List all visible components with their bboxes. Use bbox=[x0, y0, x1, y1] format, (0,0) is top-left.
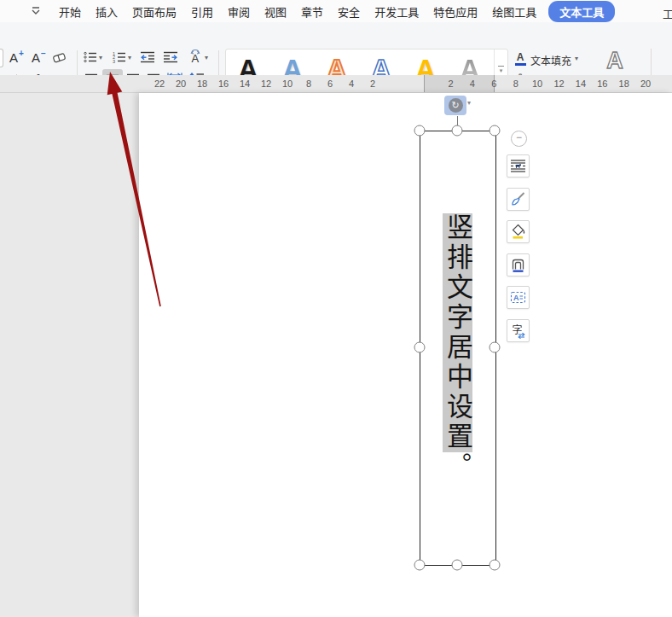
resize-handle[interactable] bbox=[414, 342, 426, 353]
menu-tab-开发工具[interactable]: 开发工具 bbox=[374, 3, 419, 20]
menu-tab-开始[interactable]: 开始 bbox=[59, 3, 81, 20]
rotate-handle-icon: ↻ bbox=[449, 98, 463, 113]
wps-text-tool-window: 开始插入页面布局引用审阅视图章节安全开发工具特色应用绘图工具文本工具 工 A+ … bbox=[0, 0, 672, 617]
text-fill-icon: A bbox=[513, 50, 527, 67]
ruler-number: 8 bbox=[513, 75, 518, 92]
caret-icon[interactable]: ▾ bbox=[575, 55, 578, 62]
ruler-number: 4 bbox=[349, 75, 354, 92]
ruler-number: 22 bbox=[154, 75, 165, 92]
text-direction-icon: A bbox=[187, 49, 204, 64]
increase-indent-icon bbox=[163, 51, 178, 63]
increase-font-button[interactable]: A+ bbox=[7, 49, 26, 66]
ruler-number: 10 bbox=[282, 75, 293, 92]
ruler-number: 8 bbox=[306, 75, 311, 92]
ruler-number: 2 bbox=[448, 75, 453, 92]
caret-icon[interactable]: ▾ bbox=[128, 55, 131, 61]
selected-text: 竖排文字居中设置 bbox=[443, 213, 472, 452]
eraser-icon bbox=[52, 51, 67, 64]
collapse-tools-button[interactable]: − bbox=[511, 131, 527, 147]
resize-handle[interactable] bbox=[490, 342, 501, 353]
menu-tab-特色应用[interactable]: 特色应用 bbox=[433, 3, 478, 20]
resize-handle[interactable] bbox=[452, 125, 463, 137]
numbered-list-button[interactable]: 123 bbox=[112, 49, 127, 65]
svg-text:字: 字 bbox=[513, 323, 523, 335]
caret-icon[interactable]: ▾ bbox=[99, 55, 102, 61]
shape-outline-icon bbox=[510, 257, 526, 273]
shape-fill-button[interactable] bbox=[507, 220, 530, 243]
menu-tab-视图[interactable]: 视图 bbox=[264, 3, 287, 20]
decrease-font-button[interactable]: A− bbox=[29, 49, 48, 66]
ruler-number: 6 bbox=[491, 75, 496, 92]
period-char: 。 bbox=[444, 452, 471, 480]
wrap-layout-button[interactable] bbox=[507, 154, 530, 178]
format-brush-button[interactable] bbox=[507, 188, 530, 211]
document-workspace bbox=[0, 93, 672, 617]
menu-tab-插入[interactable]: 插入 bbox=[96, 3, 118, 20]
text-box-style-button[interactable]: A bbox=[507, 286, 530, 309]
ruler-selection-extent bbox=[424, 75, 495, 92]
menu-tab-安全[interactable]: 安全 bbox=[338, 3, 360, 20]
ruler-number: 20 bbox=[176, 75, 186, 92]
chevron-down-icon[interactable] bbox=[31, 7, 41, 15]
ruler-number: 16 bbox=[218, 75, 229, 92]
increase-indent-button[interactable] bbox=[162, 49, 179, 65]
horizontal-ruler: 2220181614121086422468101214161820 bbox=[0, 75, 672, 93]
resize-handle[interactable] bbox=[414, 560, 426, 571]
document-page[interactable] bbox=[139, 93, 672, 617]
char-direction-icon: 字 bbox=[510, 323, 526, 339]
text-direction-button[interactable]: A bbox=[186, 48, 205, 65]
decrease-indent-button[interactable] bbox=[139, 49, 156, 65]
text-box-style-icon: A bbox=[510, 289, 526, 306]
resize-handle[interactable] bbox=[452, 560, 463, 571]
resize-handle[interactable] bbox=[490, 125, 501, 137]
ruler-number: 12 bbox=[553, 75, 564, 92]
floating-tool-panel: A 字 bbox=[507, 154, 530, 342]
ruler-number: 2 bbox=[370, 75, 375, 92]
svg-text:3: 3 bbox=[113, 59, 115, 64]
numbered-list-icon: 123 bbox=[113, 51, 126, 63]
ruler-number: 12 bbox=[261, 75, 271, 92]
ruler-number: 16 bbox=[597, 75, 607, 92]
clear-format-button[interactable] bbox=[50, 49, 67, 66]
layout-options-button[interactable]: ↻ bbox=[444, 96, 466, 115]
ruler-number: 18 bbox=[619, 75, 629, 92]
bullet-list-button[interactable] bbox=[83, 49, 98, 65]
menu-tab-页面布局[interactable]: 页面布局 bbox=[132, 3, 177, 20]
resize-handle[interactable] bbox=[490, 560, 501, 571]
shape-outline-button[interactable] bbox=[507, 253, 530, 276]
vertical-text: 竖排文字居中设置。 bbox=[431, 213, 484, 480]
svg-text:A: A bbox=[513, 294, 519, 302]
bullet-list-icon bbox=[84, 51, 97, 63]
format-brush-icon bbox=[510, 191, 526, 207]
ruler-number: 14 bbox=[576, 75, 586, 92]
ruler-number: 14 bbox=[240, 75, 250, 92]
shape-fill-icon bbox=[510, 224, 526, 240]
ruler-number: 18 bbox=[197, 75, 207, 92]
ruler-number: 6 bbox=[327, 75, 333, 92]
ruler-number: 20 bbox=[640, 75, 651, 92]
ribbon-toolbar: A+ A− ab ▾ A ▾ ▾ 123 ▾ bbox=[0, 22, 672, 75]
char-direction-button[interactable]: 字 bbox=[507, 319, 530, 342]
resize-handle[interactable] bbox=[414, 125, 426, 137]
menu-tab-clipped[interactable]: 工 bbox=[663, 5, 672, 21]
menu-tab-引用[interactable]: 引用 bbox=[191, 3, 213, 20]
ruler-number: 4 bbox=[470, 75, 475, 92]
text-effects-icon: A bbox=[600, 49, 629, 73]
clipped-button-fragment bbox=[0, 49, 3, 67]
caret-icon[interactable]: ▾ bbox=[205, 55, 208, 61]
menu-tab-章节[interactable]: 章节 bbox=[301, 3, 323, 20]
decrease-indent-icon bbox=[140, 51, 155, 63]
caret-icon[interactable]: ▾ bbox=[467, 100, 471, 107]
wrap-layout-icon bbox=[510, 159, 526, 173]
ruler-number: 10 bbox=[532, 75, 542, 92]
text-fill-label[interactable]: 文本填充 bbox=[530, 53, 571, 67]
menu-bar: 开始插入页面布局引用审阅视图章节安全开发工具特色应用绘图工具文本工具 工 bbox=[0, 0, 672, 22]
menu-tab-绘图工具[interactable]: 绘图工具 bbox=[492, 3, 536, 20]
menu-tab-审阅[interactable]: 审阅 bbox=[228, 3, 250, 20]
menu-tab-文本工具[interactable]: 文本工具 bbox=[548, 1, 615, 22]
